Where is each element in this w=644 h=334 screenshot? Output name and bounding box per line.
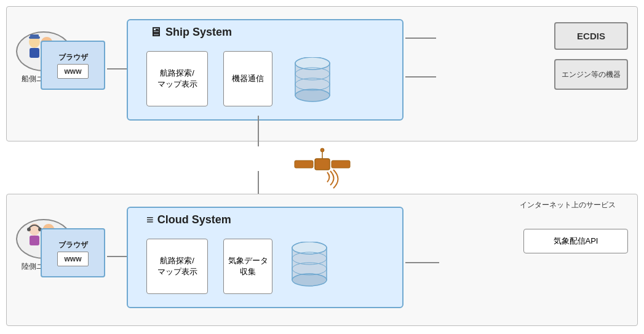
svg-rect-24 xyxy=(30,236,39,245)
svg-point-33 xyxy=(292,274,327,286)
ecdis-box: ECDIS xyxy=(554,22,628,50)
api-box: 気象配信API xyxy=(523,229,628,253)
ship-system-box: 🖥 Ship System 航路探索/マップ表示 機器通信 xyxy=(127,19,403,121)
browser-label-bottom: ブラウザ xyxy=(58,240,88,250)
www-box-top: www xyxy=(57,64,88,79)
line-cloud-internet xyxy=(405,262,439,263)
internet-label: インターネット上のサービス xyxy=(517,197,634,210)
svg-rect-18 xyxy=(332,161,350,168)
cloud-system-title: ≡ Cloud System xyxy=(146,213,231,227)
db-cloud xyxy=(291,242,328,288)
line-browser-cloud-bottom xyxy=(107,256,129,257)
line-ship-engine xyxy=(405,76,436,78)
ship-system-title: 🖥 Ship System xyxy=(149,25,232,39)
engine-box: エンジン等の機器 xyxy=(554,59,628,90)
api-label: 気象配信API xyxy=(554,236,598,245)
satellite-svg xyxy=(292,146,353,189)
db-ship xyxy=(294,57,331,103)
top-section: 船側ユーザー ブラウザ www 🖥 Ship System 航路探索/マップ表示… xyxy=(6,6,638,141)
ship-func2: 機器通信 xyxy=(223,51,272,106)
vline-top xyxy=(258,116,259,146)
browser-box-top: ブラウザ www xyxy=(41,41,105,90)
line-browser-ship-top xyxy=(107,68,129,70)
cloud-func1: 航路探索/マップ表示 xyxy=(146,239,208,294)
satellite-area xyxy=(0,145,644,191)
cloud-func1-label: 航路探索/マップ表示 xyxy=(157,255,197,277)
svg-rect-3 xyxy=(30,48,39,58)
svg-rect-2 xyxy=(30,34,39,37)
ship-func1: 航路探索/マップ表示 xyxy=(146,51,208,106)
svg-point-20 xyxy=(320,148,324,152)
internet-area: インターネット上のサービス 気象配信API xyxy=(517,197,634,324)
monitor-icon: 🖥 xyxy=(149,25,162,39)
cloud-func2: 気象データ収集 xyxy=(223,239,272,294)
ecdis-label: ECDIS xyxy=(577,31,605,41)
engine-label: エンジン等の機器 xyxy=(562,70,621,80)
svg-point-12 xyxy=(295,89,330,101)
ship-func1-label: 航路探索/マップ表示 xyxy=(157,68,197,90)
ship-func2-label: 機器通信 xyxy=(232,73,264,84)
line-ship-ecdis xyxy=(405,38,436,39)
cloud-func2-label: 気象データ収集 xyxy=(228,255,268,277)
browser-label-top: ブラウザ xyxy=(58,52,88,63)
svg-point-22 xyxy=(27,228,31,231)
bottom-section: 陸側ユーザー ブラウザ www ≡ Cloud System 航路探索/マップ表… xyxy=(6,194,638,326)
server-icon: ≡ xyxy=(146,213,154,227)
www-box-bottom: www xyxy=(57,252,88,266)
browser-box-bottom: ブラウザ www xyxy=(41,228,105,277)
diagram: 船側ユーザー ブラウザ www 🖥 Ship System 航路探索/マップ表示… xyxy=(0,0,644,334)
svg-rect-16 xyxy=(315,159,330,170)
cloud-system-box: ≡ Cloud System 航路探索/マップ表示 気象データ収集 xyxy=(127,207,403,308)
svg-rect-17 xyxy=(295,161,313,168)
